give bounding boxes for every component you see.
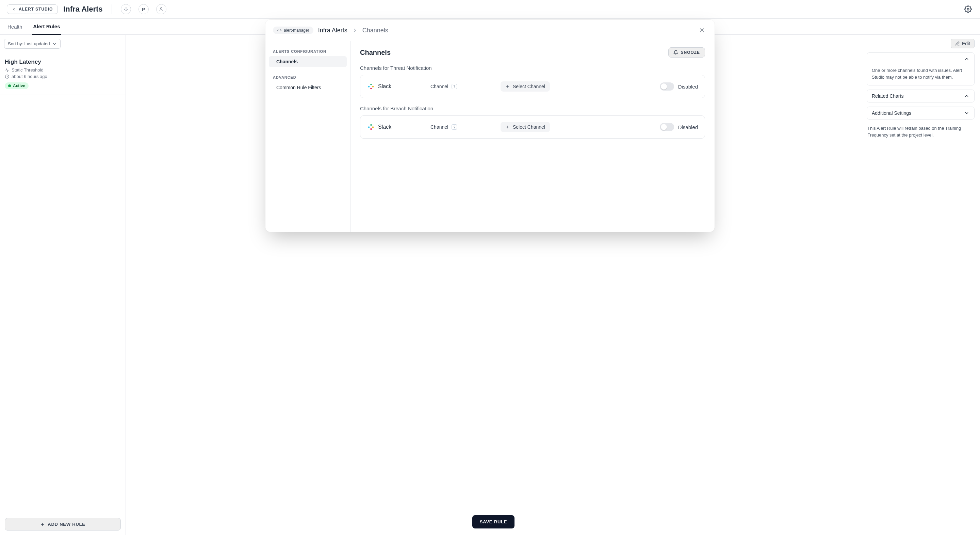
modal-side-header-config: ALERTS CONFIGURATION [266,47,350,56]
plus-icon [505,84,510,89]
modal-main: Channels SNOOZE Channels for Threat Noti… [350,41,714,232]
svg-rect-20 [370,128,372,130]
status-dot-icon [8,85,11,87]
chevron-up-icon [964,93,969,99]
tab-health[interactable]: Health [7,19,23,34]
app-title: Infra Alerts [63,5,102,14]
alert-studio-label: ALERT STUDIO [19,7,53,11]
slack-icon [367,83,375,90]
modal-title: Channels [360,49,391,56]
topbar: ALERT STUDIO Infra Alerts P [0,0,980,19]
right-panel-related-toggle[interactable]: Related Charts [867,90,974,102]
svg-rect-1 [125,8,126,8]
breadcrumb-chip[interactable]: alert-manager [273,27,313,34]
threat-select-channel-button[interactable]: Select Channel [501,81,550,92]
alert-studio-back-button[interactable]: ALERT STUDIO [7,5,58,14]
threat-field-label: Channel [430,84,448,89]
rule-status-badge: Active [5,82,29,89]
slack-indicator-icon[interactable] [121,4,131,14]
threat-toggle-label: Disabled [678,84,698,89]
chevron-down-icon [964,110,969,116]
svg-rect-3 [125,10,126,11]
user-icon[interactable] [156,4,166,14]
bell-icon [673,50,678,55]
snooze-button[interactable]: SNOOZE [668,47,705,57]
right-panel-additional-toggle[interactable]: Additional Settings [867,107,974,119]
svg-rect-19 [372,126,374,128]
slack-icon [367,123,375,131]
threshold-icon [5,68,10,72]
chevron-up-icon [964,56,969,62]
breach-toggle-label: Disabled [678,124,698,130]
modal-breadcrumb-bar: alert-manager Infra Alerts Channels [266,20,714,41]
chevron-down-icon [52,42,57,46]
breadcrumb-current: Channels [363,27,388,34]
modal-close-button[interactable] [697,25,707,35]
svg-rect-13 [372,86,374,88]
chevron-right-icon [352,27,358,33]
svg-rect-0 [124,9,125,10]
modal-side-item-filters[interactable]: Common Rule Filters [269,82,347,93]
svg-rect-12 [370,84,372,85]
training-hint: This Alert Rule will retrain based on th… [867,124,975,140]
divider [111,5,112,14]
channels-modal: alert-manager Infra Alerts Channels ALER… [266,20,714,232]
clock-icon [5,74,10,79]
breach-field-label: Channel [430,124,448,130]
breadcrumb-parent[interactable]: Infra Alerts [318,27,347,34]
rule-list-sidebar: Sort by: Last updated High Latency Stati… [0,35,126,535]
svg-rect-2 [127,9,127,10]
svg-rect-18 [370,124,372,126]
svg-point-4 [160,8,162,9]
avatar-badge[interactable]: P [138,4,149,14]
repo-icon [277,28,282,33]
add-rule-label: ADD NEW RULE [48,522,85,527]
rule-name: High Latency [5,59,121,65]
settings-gear-icon[interactable] [963,4,973,14]
svg-rect-11 [368,86,370,88]
edit-button[interactable]: Edit [951,39,975,48]
chevron-left-icon [12,7,16,11]
tab-alert-rules[interactable]: Alert Rules [32,19,60,35]
rule-type: Static Threshold [11,67,43,72]
pencil-icon [955,41,960,46]
right-panel-related-charts: Related Charts [867,89,975,102]
modal-side-item-channels[interactable]: Channels [269,56,347,67]
breach-select-channel-button[interactable]: Select Channel [501,122,550,132]
right-panel-channels: One or more channels found with issues. … [867,53,975,85]
rule-updated-ago: about 6 hours ago [11,74,47,79]
modal-side-header-advanced: ADVANCED [266,73,350,81]
breach-provider-name: Slack [378,124,391,130]
help-icon[interactable]: ? [452,124,457,130]
svg-rect-17 [368,126,370,128]
breach-channel-card: Slack Channel ? Select Channel [360,115,705,139]
sort-label: Sort by: Last updated [8,41,50,46]
plus-icon [505,125,510,129]
threat-section-label: Channels for Threat Notification [360,65,705,71]
threat-enable-toggle[interactable] [660,82,674,91]
rule-card[interactable]: High Latency Static Threshold about 6 ho… [0,53,126,95]
svg-rect-14 [370,88,372,89]
rule-details-panel: Edit One or more channels found with iss… [861,35,980,535]
svg-point-5 [967,8,969,10]
breach-enable-toggle[interactable] [660,123,674,131]
add-new-rule-button[interactable]: ADD NEW RULE [5,518,121,530]
sort-dropdown[interactable]: Sort by: Last updated [4,39,60,49]
right-panel-channels-hint: One or more channels found with issues. … [867,65,974,85]
threat-provider-name: Slack [378,83,391,89]
breach-section-label: Channels for Breach Notification [360,105,705,111]
right-panel-channels-toggle[interactable] [867,53,974,65]
modal-side-nav: ALERTS CONFIGURATION Channels ADVANCED C… [266,41,350,232]
threat-channel-card: Slack Channel ? Select Channel [360,75,705,98]
plus-icon [40,522,45,527]
right-panel-additional-settings: Additional Settings [867,107,975,120]
help-icon[interactable]: ? [452,84,457,89]
save-rule-button[interactable]: SAVE RULE [472,515,514,528]
